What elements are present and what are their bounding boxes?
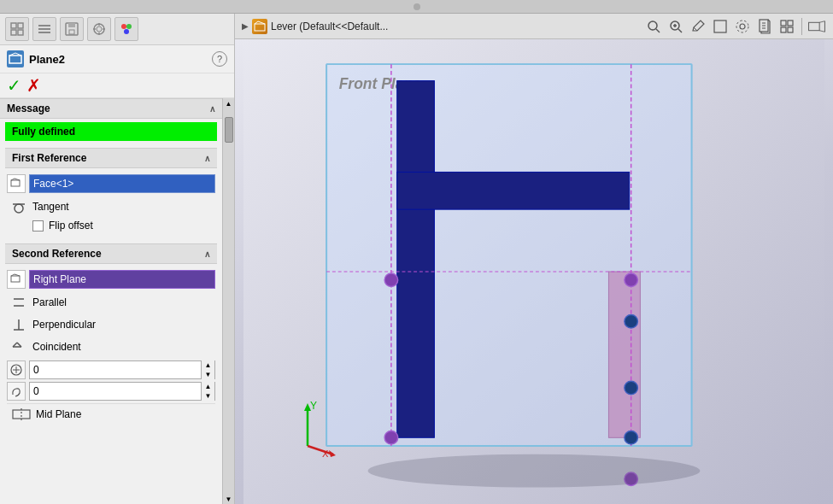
top-toolbar [0, 0, 833, 14]
first-reference-header[interactable]: First Reference ∧ [5, 148, 217, 168]
right-area: ▶ Lever (Default<<Default... [235, 14, 833, 504]
first-ref-input-row [7, 174, 215, 193]
first-ref-icon [7, 174, 26, 193]
svg-point-53 [740, 24, 745, 29]
svg-rect-0 [11, 23, 16, 28]
num1-spinner: ▲ ▼ [201, 360, 214, 379]
toolbar-icon-list[interactable] [32, 17, 56, 41]
first-ref-input[interactable] [29, 174, 215, 193]
rt-view-icon[interactable] [807, 17, 826, 36]
rt-box1-icon[interactable] [711, 17, 730, 36]
svg-point-84 [625, 315, 638, 329]
svg-line-64 [819, 21, 824, 23]
svg-rect-1 [18, 23, 23, 28]
left-panel: Plane2 ? ✓ ✗ Message ∧ Fully defined [0, 14, 235, 504]
scrollbar-up-button[interactable]: ▲ [223, 98, 234, 108]
mid-plane-row[interactable]: Mid Plane [7, 403, 215, 425]
rt-zoom-icon[interactable] [666, 17, 685, 36]
coincident-label: Coincident [32, 341, 81, 353]
cancel-button[interactable]: ✗ [26, 77, 41, 94]
rt-docs-icon[interactable] [755, 17, 774, 36]
num1-input-wrap: ▲ ▼ [29, 360, 215, 379]
svg-point-11 [97, 26, 102, 32]
svg-line-48 [678, 29, 682, 32]
svg-point-45 [648, 21, 657, 30]
svg-rect-9 [69, 30, 74, 34]
flip-offset-label: Flip offset [49, 220, 93, 231]
rt-settings-icon[interactable] [733, 17, 752, 36]
svg-rect-74 [397, 81, 435, 438]
svg-rect-42 [255, 24, 265, 31]
tree-item-icon [252, 19, 267, 34]
tree-item-label: Lever (Default<<Default... [271, 21, 388, 32]
parallel-icon [10, 294, 27, 311]
coincident-icon [10, 338, 27, 355]
flip-offset-checkbox[interactable] [32, 220, 44, 231]
svg-rect-75 [397, 172, 630, 209]
tangent-icon [10, 198, 27, 215]
panel-body: Message ∧ Fully defined First Reference … [0, 98, 222, 504]
ok-cancel-row: ✓ ✗ [0, 73, 234, 98]
message-label: Message [7, 103, 50, 114]
svg-rect-40 [13, 410, 30, 419]
svg-rect-59 [781, 21, 786, 26]
svg-point-87 [368, 454, 701, 488]
rt-pencil-icon[interactable] [689, 17, 707, 36]
first-ref-chevron-icon: ∧ [204, 154, 210, 163]
perpendicular-row[interactable]: Perpendicular [7, 314, 215, 336]
num2-icon [7, 382, 26, 401]
svg-rect-61 [781, 27, 786, 32]
svg-rect-2 [11, 30, 16, 35]
mid-plane-label: Mid Plane [36, 408, 81, 420]
num1-spinner-up[interactable]: ▲ [202, 360, 214, 370]
svg-rect-3 [18, 30, 23, 35]
tree-expand-icon[interactable]: ▶ [242, 21, 249, 31]
svg-marker-92 [329, 450, 336, 457]
num1-input[interactable] [30, 362, 201, 378]
svg-rect-62 [788, 27, 793, 32]
second-reference-header[interactable]: Second Reference ∧ [5, 243, 217, 264]
svg-rect-8 [68, 23, 75, 27]
num1-spinner-down[interactable]: ▼ [202, 370, 214, 379]
first-reference-label: First Reference [12, 152, 86, 164]
toolbar-icon-color[interactable] [114, 17, 138, 41]
num2-spinner-down[interactable]: ▼ [202, 391, 214, 401]
parallel-label: Parallel [32, 296, 67, 308]
scrollbar-down-button[interactable]: ▼ [223, 494, 234, 504]
rt-search-icon[interactable] [644, 17, 663, 36]
toolbar-icon-save[interactable] [60, 17, 84, 41]
num2-spinner-up[interactable]: ▲ [202, 382, 214, 391]
svg-rect-27 [11, 276, 20, 282]
second-ref-input-row [7, 270, 215, 289]
toolbar-icon-target[interactable] [87, 17, 111, 41]
toolbar-icon-grid[interactable] [5, 17, 29, 41]
second-ref-icon [7, 270, 26, 289]
num1-icon [7, 360, 26, 379]
coincident-row[interactable]: Coincident [7, 336, 215, 358]
svg-point-17 [126, 24, 132, 29]
svg-point-25 [15, 204, 23, 213]
axes-indicator: Y X [278, 399, 337, 461]
num2-spinner: ▲ ▼ [201, 382, 214, 401]
svg-point-54 [736, 21, 748, 32]
scrollbar-thumb[interactable] [225, 117, 233, 143]
second-ref-input[interactable] [29, 270, 215, 289]
panel-title: Plane2 [29, 53, 212, 66]
rt-grid-icon[interactable] [777, 17, 796, 36]
svg-line-46 [656, 29, 660, 32]
svg-rect-60 [788, 21, 793, 26]
ok-button[interactable]: ✓ [7, 77, 21, 94]
help-button[interactable]: ? [212, 51, 227, 67]
first-reference-section: First Reference ∧ [0, 144, 222, 240]
svg-line-65 [819, 31, 824, 32]
parallel-row[interactable]: Parallel [7, 291, 215, 314]
num2-input[interactable] [30, 384, 201, 399]
panel-scrollbar[interactable]: ▲ ▼ [222, 98, 234, 504]
main-area: Plane2 ? ✓ ✗ Message ∧ Fully defined [0, 14, 833, 504]
svg-rect-5 [38, 28, 50, 30]
message-section-header[interactable]: Message ∧ [0, 98, 222, 119]
svg-rect-4 [38, 25, 50, 26]
mid-plane-icon [12, 407, 31, 421]
message-status: Fully defined [5, 122, 217, 141]
perpendicular-icon [10, 316, 27, 333]
